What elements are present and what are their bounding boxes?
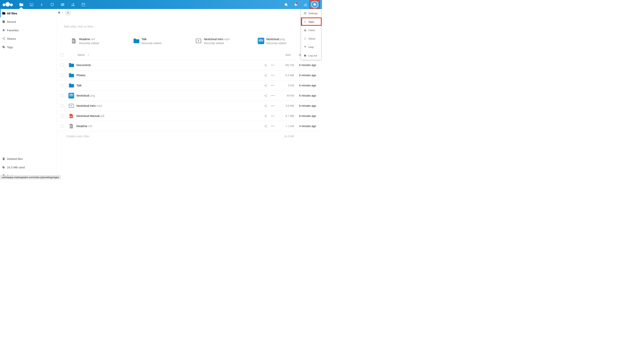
sidebar-item-16-3-mb-used[interactable]: 16.3 MB used: [0, 163, 57, 172]
table-row-talk[interactable]: Talk0 KB6 minutes ago: [57, 80, 322, 90]
recent-card-readme-md[interactable]: Readme.mdRecently edited: [70, 37, 130, 47]
more-actions-button[interactable]: [270, 94, 275, 98]
sidebar-item-tags[interactable]: Tags: [0, 43, 57, 51]
menu-item-label: Settings: [308, 12, 318, 15]
table-row-photos[interactable]: Photos5.4 MB6 minutes ago: [57, 70, 322, 80]
file-name-link[interactable]: Nextcloud.png: [76, 94, 95, 97]
more-actions-button[interactable]: [270, 83, 275, 88]
folder-icon: [68, 72, 74, 78]
more-actions-button[interactable]: [270, 124, 275, 128]
file-basename: Documents: [76, 63, 91, 66]
nextcloud-image-thumbnail: Nextcloud Hub: [258, 38, 264, 44]
menu-item-users[interactable]: Users: [301, 26, 321, 34]
recent-card-title: Nextcloud.png: [266, 38, 286, 41]
row-checkbox[interactable]: [61, 94, 64, 97]
notes-input[interactable]: Add notes, lists or links ...: [64, 25, 96, 28]
sidebar-item-favorites[interactable]: Favorites: [0, 26, 57, 34]
search-button[interactable]: [284, 2, 289, 7]
file-type-icon-box: [68, 103, 74, 109]
sidebar-item-recent[interactable]: Recent: [0, 18, 57, 26]
file-name-link[interactable]: Nextcloud Manual.pdf: [76, 114, 104, 118]
menu-item-apps[interactable]: Apps: [301, 18, 321, 26]
recent-card-title: Nextcloud intro.mp4: [204, 38, 230, 41]
sort-ascending-icon: [87, 54, 90, 56]
file-extension: .md: [90, 38, 95, 41]
more-actions-button[interactable]: [270, 104, 275, 108]
row-checkbox[interactable]: [61, 64, 64, 66]
more-actions-button[interactable]: [270, 63, 275, 67]
column-header-size[interactable]: Size: [272, 53, 291, 56]
file-type-icon-box: [68, 82, 74, 88]
table-row-nextcloud-intro-mp4[interactable]: Nextcloud intro.mp43.8 MB6 minutes ago: [57, 101, 322, 111]
file-name-link[interactable]: Talk: [76, 84, 82, 87]
file-name-link[interactable]: Photos: [76, 74, 86, 77]
recent-card-subtitle: Recently edited: [204, 42, 230, 45]
chevron-right-icon: [61, 11, 64, 14]
file-extension: .png: [279, 38, 285, 41]
row-checkbox[interactable]: [61, 84, 64, 87]
recent-card-icon: [70, 37, 78, 45]
column-header-name[interactable]: Name: [78, 53, 85, 56]
recent-card-title: Talk: [142, 38, 161, 41]
recent-card-nextcloud-intro-mp4[interactable]: Nextcloud intro.mp4Recently edited: [195, 37, 255, 47]
more-actions-button[interactable]: [270, 73, 275, 77]
app-talk-button[interactable]: [48, 0, 56, 9]
file-extension: .mp4: [96, 104, 102, 107]
share-button[interactable]: [264, 114, 267, 118]
app-activity-button[interactable]: [38, 0, 46, 9]
file-extension: .pdf: [100, 114, 104, 118]
share-button[interactable]: [264, 74, 267, 77]
menu-item-log-out[interactable]: Log out: [301, 51, 321, 60]
settings-avatar-button[interactable]: [311, 1, 318, 8]
app-files-button[interactable]: [17, 0, 25, 9]
svg-text:PDF: PDF: [70, 116, 72, 117]
select-all-checkbox[interactable]: [61, 53, 64, 56]
contacts-icon: [304, 3, 308, 7]
app-mail-button[interactable]: [58, 0, 67, 9]
table-row-documents[interactable]: Documents391 KB6 minutes ago: [57, 60, 322, 70]
share-button[interactable]: [264, 94, 267, 97]
sidebar-item-shares[interactable]: Shares: [0, 34, 57, 43]
app-calendar-button[interactable]: [79, 0, 88, 9]
home-breadcrumb-button[interactable]: [58, 11, 61, 14]
app-contacts-button[interactable]: [69, 0, 77, 9]
share-button[interactable]: [264, 104, 267, 108]
nextcloud-thumb-label: Nextcloud Hub: [69, 96, 73, 96]
nextcloud-window: All filesRecentFavoritesSharesTags Delet…: [0, 0, 322, 180]
recent-card-talk[interactable]: TalkRecently edited: [132, 37, 193, 47]
file-name-link[interactable]: Nextcloud intro.mp4: [76, 104, 102, 107]
folder-icon: [68, 82, 74, 88]
file-basename: Nextcloud intro: [76, 104, 96, 107]
row-checkbox[interactable]: [61, 74, 64, 77]
new-file-button[interactable]: [65, 10, 71, 16]
share-button[interactable]: [264, 124, 267, 128]
status-bar: salchipapa.madreypadre.com/index.php/set…: [0, 175, 61, 180]
nextcloud-logo[interactable]: [2, 1, 13, 8]
more-actions-button[interactable]: [270, 114, 275, 118]
row-checkbox[interactable]: [61, 124, 64, 128]
sidebar-item-deleted-files[interactable]: Deleted files: [0, 154, 57, 163]
user-settings-menu: SettingsAppsUsersAboutHelpLog out: [301, 9, 321, 60]
sidebar-item-all-files[interactable]: All files: [0, 9, 57, 18]
tag-icon: [2, 45, 6, 49]
sidebar-item-label: 16.3 MB used: [7, 166, 25, 169]
menu-item-settings[interactable]: Settings: [301, 9, 321, 18]
app-photos-button[interactable]: [27, 0, 36, 9]
row-checkbox[interactable]: [61, 104, 64, 107]
notification-badge: [296, 2, 297, 4]
file-name-link[interactable]: Documents: [76, 63, 91, 66]
share-button[interactable]: [264, 64, 267, 67]
row-checkbox[interactable]: [61, 114, 64, 118]
table-row-nextcloud-png[interactable]: Nextcloud HubNextcloud.png49 KB6 minutes…: [57, 90, 322, 101]
table-row-readme-md[interactable]: Readme.md< 1 KB4 minutes ago: [57, 121, 322, 131]
share-button[interactable]: [264, 84, 267, 87]
photos-icon: [30, 2, 34, 7]
file-name-link[interactable]: Readme.md: [76, 124, 92, 128]
nextcloud-logo-icon: [69, 94, 73, 96]
table-row-nextcloud-manual-pdf[interactable]: PDFNextcloud Manual.pdf6.7 MB6 minutes a…: [57, 111, 322, 121]
contacts-menu-button[interactable]: [302, 2, 308, 7]
menu-item-help[interactable]: Help: [301, 43, 321, 51]
file-modified: 6 minutes ago: [299, 84, 316, 87]
folder-icon: [2, 12, 6, 15]
menu-item-about[interactable]: About: [301, 34, 321, 43]
